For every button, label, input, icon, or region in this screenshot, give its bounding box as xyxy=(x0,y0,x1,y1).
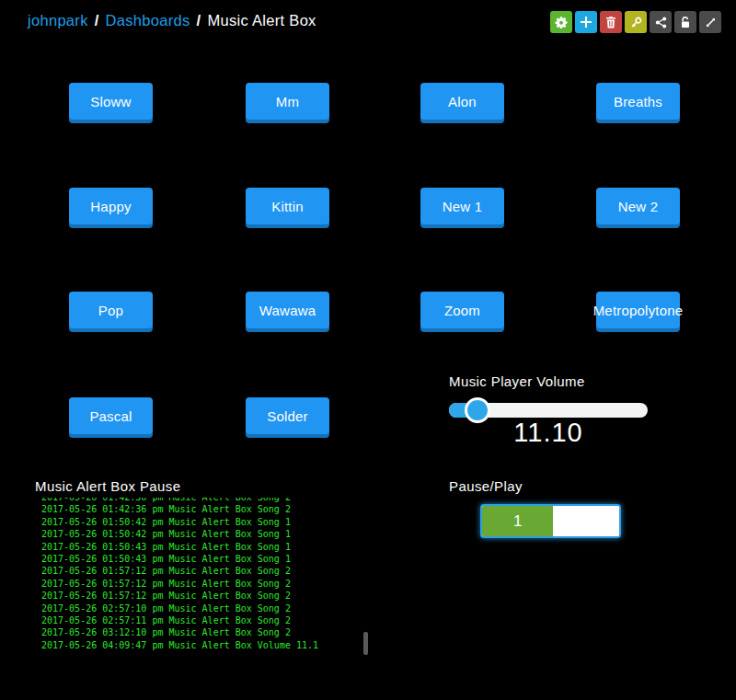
log-line: 2017-05-26 01:57:12 pm Music Alert Box S… xyxy=(41,590,369,602)
song-button-zoom[interactable]: Zoom xyxy=(420,292,504,328)
song-button-happy[interactable]: Happy xyxy=(69,188,153,224)
resize-arrows-icon xyxy=(705,17,717,29)
volume-value: 11.10 xyxy=(449,418,648,448)
song-button-solder[interactable]: Solder xyxy=(246,397,329,434)
song-button-kittin[interactable]: Kittin xyxy=(246,188,329,224)
add-block-button[interactable] xyxy=(575,11,597,33)
settings-button[interactable] xyxy=(550,11,572,33)
keys-button[interactable] xyxy=(625,11,647,33)
song-button-breaths[interactable]: Breaths xyxy=(596,83,680,120)
log-line: 2017-05-26 04:09:47 pm Music Alert Box V… xyxy=(41,639,369,651)
delete-dashboard-button[interactable] xyxy=(600,11,622,33)
song-button-new-2[interactable]: New 2 xyxy=(596,188,680,224)
dashboard-page: johnpark/Dashboards/Music Alert Box Slow… xyxy=(0,0,736,700)
song-button-pop[interactable]: Pop xyxy=(69,292,153,328)
song-button-wawawa[interactable]: Wawawa xyxy=(246,292,329,328)
log-line: 2017-05-26 03:12:10 pm Music Alert Box S… xyxy=(41,626,369,638)
lock-icon xyxy=(680,17,691,29)
share-icon xyxy=(655,17,667,29)
privacy-lock-button[interactable] xyxy=(674,11,696,33)
key-icon xyxy=(630,17,642,29)
log-line: 2017-05-26 01:50:43 pm Music Alert Box S… xyxy=(41,541,369,553)
pause-log-lines: 2017-05-26 01:42:36 pm Music Alert Box S… xyxy=(41,498,369,651)
log-line: 2017-05-26 02:57:10 pm Music Alert Box S… xyxy=(41,602,369,614)
trash-icon xyxy=(605,17,616,29)
log-line: 2017-05-26 01:50:42 pm Music Alert Box S… xyxy=(41,528,369,540)
song-button-sloww[interactable]: Sloww xyxy=(69,83,153,120)
pause-log-label: Music Alert Box Pause xyxy=(35,478,180,494)
song-button-metropolytone[interactable]: Metropolytone xyxy=(596,292,680,328)
log-scrollbar-thumb[interactable] xyxy=(363,632,368,655)
log-line: 2017-05-26 01:50:43 pm Music Alert Box S… xyxy=(41,553,369,565)
log-line: 2017-05-26 02:57:11 pm Music Alert Box S… xyxy=(41,614,369,626)
share-button[interactable] xyxy=(650,11,672,33)
breadcrumb-dashboards-link[interactable]: Dashboards xyxy=(106,12,190,29)
pause-play-label: Pause/Play xyxy=(449,478,523,494)
song-button-pascal[interactable]: Pascal xyxy=(69,397,153,434)
pause-play-toggle[interactable]: 1 xyxy=(480,504,621,538)
log-line: 2017-05-26 01:57:12 pm Music Alert Box S… xyxy=(41,565,369,577)
song-button-new-1[interactable]: New 1 xyxy=(420,188,504,224)
pause-log-stream[interactable]: 2017-05-26 01:42:36 pm Music Alert Box S… xyxy=(41,498,369,656)
song-button-mm[interactable]: Mm xyxy=(246,83,329,120)
plus-icon xyxy=(581,17,592,28)
gear-icon xyxy=(555,16,568,29)
toggle-on-segment: 1 xyxy=(482,506,553,536)
breadcrumb: johnpark/Dashboards/Music Alert Box xyxy=(28,12,316,29)
log-line: 2017-05-26 01:57:12 pm Music Alert Box S… xyxy=(41,578,369,590)
log-line: 2017-05-26 01:42:36 pm Music Alert Box S… xyxy=(41,503,369,515)
breadcrumb-separator: / xyxy=(197,12,201,29)
log-line: 2017-05-26 01:50:42 pm Music Alert Box S… xyxy=(41,516,369,528)
toggle-off-segment xyxy=(553,506,619,536)
song-button-alon[interactable]: Alon xyxy=(420,83,504,120)
page-title: Music Alert Box xyxy=(207,12,316,29)
fullscreen-button[interactable] xyxy=(699,11,721,33)
dashboard-toolbar xyxy=(550,11,721,33)
volume-block-label: Music Player Volume xyxy=(449,373,585,389)
breadcrumb-separator: / xyxy=(95,12,99,29)
breadcrumb-user-link[interactable]: johnpark xyxy=(28,12,88,29)
